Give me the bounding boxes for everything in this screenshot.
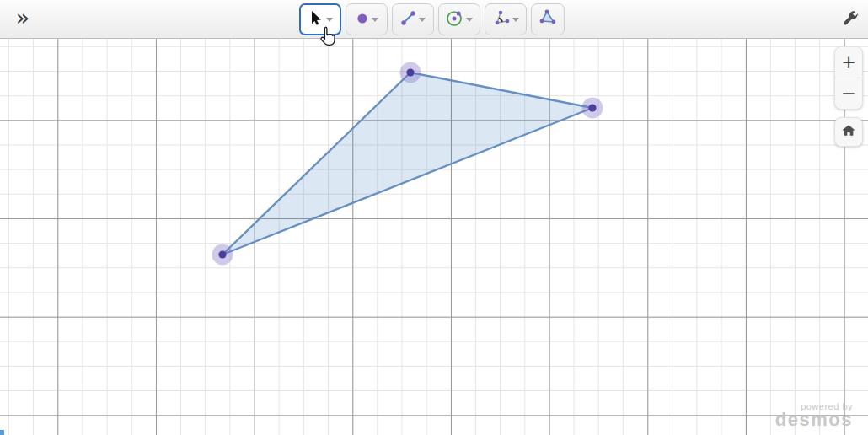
circle-tool-button[interactable]	[438, 3, 480, 35]
zoom-pill: + −	[834, 46, 863, 110]
chevron-down-icon	[419, 18, 426, 22]
construction-layer	[0, 0, 868, 435]
angle-icon	[493, 10, 510, 30]
home-button[interactable]	[834, 117, 863, 147]
chevron-down-icon	[466, 18, 473, 22]
settings-wrench-button[interactable]	[839, 8, 861, 30]
chevron-down-icon	[372, 18, 378, 22]
home-icon	[840, 122, 857, 142]
segment-tool-button[interactable]	[392, 3, 434, 35]
chevron-down-icon	[326, 18, 333, 22]
vertex-point[interactable]	[218, 250, 226, 258]
wrench-icon	[841, 18, 860, 30]
expand-panel-button[interactable]: »	[8, 2, 37, 34]
polygon-icon	[538, 9, 557, 30]
tool-palette	[299, 3, 565, 35]
zoom-out-button[interactable]: −	[835, 78, 862, 109]
zoom-in-button[interactable]: +	[835, 47, 862, 78]
angle-tool-button[interactable]	[485, 3, 527, 35]
corner-artifact	[0, 430, 4, 435]
zoom-controls: + −	[834, 46, 863, 147]
geometry-canvas[interactable]	[0, 0, 868, 435]
circle-icon	[446, 9, 463, 30]
chevron-down-icon	[512, 18, 519, 22]
triangle-shape[interactable]	[222, 72, 592, 255]
segment-icon	[400, 10, 416, 29]
desmos-geometry-app: »	[0, 0, 868, 435]
point-icon	[356, 12, 369, 28]
vertex-point[interactable]	[588, 104, 596, 111]
polygon-tool-button[interactable]	[531, 3, 565, 35]
vertex-point[interactable]	[406, 68, 414, 76]
select-tool-button[interactable]	[299, 3, 341, 35]
cursor-arrow-icon	[308, 10, 324, 29]
top-toolbar: »	[0, 0, 868, 39]
point-tool-button[interactable]	[346, 3, 388, 35]
